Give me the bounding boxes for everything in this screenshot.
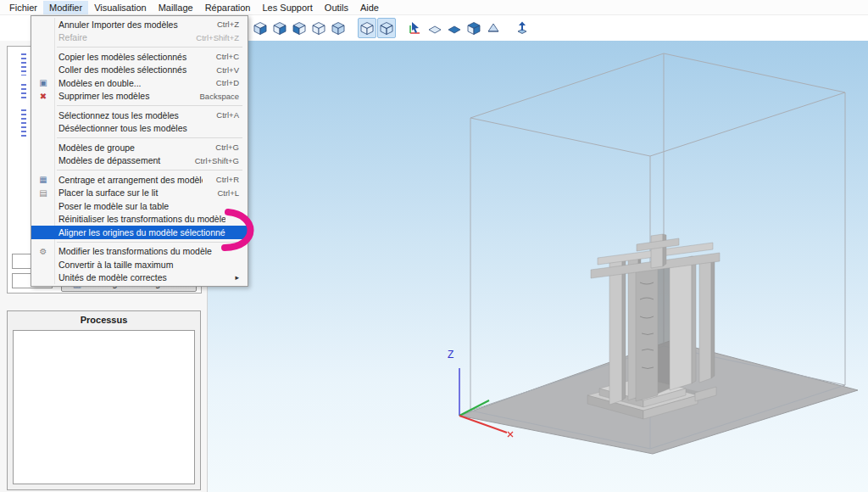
z-arrow-icon <box>515 20 530 36</box>
view-cube-right-button[interactable] <box>251 18 270 38</box>
plane-solid-button[interactable] <box>445 18 464 38</box>
orthographic-toggle-button[interactable] <box>377 18 396 38</box>
menu-item-aligner-origines[interactable]: Aligner les origines du modèle sélection… <box>31 226 248 239</box>
menu-item-label: Désélectionner tous les modèles <box>53 123 225 133</box>
perspective-cube-icon <box>359 20 375 36</box>
processes-list[interactable] <box>13 330 195 484</box>
menu-item-label: Refaire <box>53 32 182 42</box>
plane-dark-icon <box>447 20 462 36</box>
menu-item-shortcut: Ctrl+A <box>203 110 239 120</box>
prism-view-button[interactable] <box>484 18 503 38</box>
arrange-icon: ▦ <box>33 173 53 186</box>
menu-item-centrage-arrangement[interactable]: ▦ Centrage et arrangement des modèles Ct… <box>31 173 248 187</box>
menu-item-label: Modèles en double... <box>53 78 203 88</box>
menu-item-selectionner-tous[interactable]: Sélectionnez tous les modèles Ctrl+A <box>31 109 248 122</box>
menu-item-coller[interactable]: Coller des modèles sélectionnés Ctrl+V <box>31 64 248 77</box>
half-cube-icon <box>466 20 481 36</box>
menu-item-label: Coller des modèles sélectionnés <box>53 64 203 75</box>
menu-item-dupliquer[interactable]: ▣ Modèles en double... Ctrl+D <box>31 76 248 90</box>
menu-item-deselectionner-tous[interactable]: Désélectionner tous les modèles <box>31 122 248 136</box>
menu-outils[interactable]: Outils <box>319 1 354 14</box>
menu-item-label: Modèles de groupe <box>53 143 202 153</box>
menu-item-label: Convertir à la taille maximum <box>53 260 225 270</box>
menu-item-label: Annuler Importer des modèles <box>53 20 203 30</box>
menu-item-label: Placer la surface sur le lit <box>53 187 203 198</box>
menu-separator <box>57 137 242 138</box>
application-window: Z ▦ Centrage et arrangement Processus <box>0 0 868 492</box>
menu-aide[interactable]: Aide <box>354 1 385 14</box>
menu-item-placer-surface-lit[interactable]: ▤ Placer la surface sur le lit Ctrl+L <box>31 187 248 200</box>
menu-item-depassement[interactable]: Modèles de dépassement Ctrl+Shift+G <box>31 154 248 168</box>
perspective-toggle-button[interactable] <box>358 18 376 38</box>
menu-item-modifier-transformations[interactable]: ⚙ Modifier les transformations du modèle <box>31 245 248 259</box>
duplicate-icon: ▣ <box>33 76 53 89</box>
processes-title: Processus <box>8 311 200 328</box>
menu-item-shortcut: Ctrl+D <box>203 78 239 87</box>
z-axis-arrow-button[interactable] <box>513 18 531 38</box>
cube-iso-icon <box>331 20 346 36</box>
menu-item-label: Modifier les transformations du modèle <box>53 246 225 256</box>
edit-menu-dropdown: Annuler Importer des modèles Ctrl+Z Refa… <box>31 15 248 287</box>
menu-item-poser-modele-table[interactable]: Poser le modèle sur la table <box>31 199 248 213</box>
menu-item-refaire[interactable]: Refaire Ctrl+Shift+Z <box>31 31 248 45</box>
cursor-axes-button[interactable] <box>406 18 425 38</box>
menu-item-shortcut: Backspace <box>186 92 239 101</box>
cursor-axes-icon <box>408 20 423 36</box>
z-axis-label: Z <box>448 349 453 361</box>
menu-item-shortcut: Ctrl+L <box>203 188 239 198</box>
viewport-3d[interactable]: Z <box>208 41 868 492</box>
submenu-arrow-icon: ▸ <box>221 273 239 282</box>
menu-item-shortcut: Ctrl+V <box>203 65 239 75</box>
delete-icon: ✖ <box>33 90 53 103</box>
prism-icon <box>486 20 501 36</box>
cube-bottom-icon <box>311 20 326 36</box>
processes-panel: Processus <box>7 310 201 490</box>
menu-separator <box>57 242 242 243</box>
menu-separator <box>57 105 242 106</box>
view-cube-back-button[interactable] <box>290 18 309 38</box>
menu-item-label: Unités de modèle correctes <box>53 272 221 282</box>
menu-item-shortcut: Ctrl+R <box>203 175 239 184</box>
menu-item-label: Centrage et arrangement des modèles <box>53 175 203 185</box>
menu-item-label: Sélectionnez tous les modèles <box>53 110 203 120</box>
menu-fichier[interactable]: Fichier <box>3 1 43 14</box>
menu-item-grouper[interactable]: Modèles de groupe Ctrl+G <box>31 141 248 154</box>
menu-item-unites-modele[interactable]: Unités de modèle correctes ▸ <box>31 271 248 285</box>
half-cube-button[interactable] <box>465 18 483 38</box>
menu-les-support[interactable]: Les Support <box>257 1 319 14</box>
menu-item-label: Copier les modèles sélectionnés <box>53 52 203 62</box>
menu-item-annuler-importer[interactable]: Annuler Importer des modèles Ctrl+Z <box>31 18 248 31</box>
menu-item-convertir-taille-max[interactable]: Convertir à la taille maximum <box>31 258 248 271</box>
transform-icon: ⚙ <box>33 245 53 258</box>
menu-item-shortcut: Ctrl+C <box>203 52 239 61</box>
view-cube-bottom-button[interactable] <box>309 18 328 38</box>
menu-item-shortcut: Ctrl+Z <box>203 20 239 29</box>
sidebar-vertical-labels <box>21 53 27 147</box>
menu-item-shortcut: Ctrl+G <box>202 143 239 152</box>
cube-back-icon <box>292 20 307 36</box>
menu-item-supprimer[interactable]: ✖ Supprimer les modèles Backspace <box>31 90 248 103</box>
menu-separator <box>57 170 242 171</box>
plane-view-button[interactable] <box>426 18 444 38</box>
menu-visualisation[interactable]: Visualisation <box>88 1 153 14</box>
menu-bar: Fichier Modifier Visualisation Maillage … <box>0 0 868 15</box>
cube-right-icon <box>253 20 268 36</box>
menu-item-reinitialiser-transformations[interactable]: Réinitialiser les transformations du mod… <box>31 213 248 226</box>
view-cube-left-button[interactable] <box>270 18 289 38</box>
view-cube-iso-button[interactable] <box>329 18 348 38</box>
surface-icon: ▤ <box>33 187 53 199</box>
menu-modifier[interactable]: Modifier <box>43 1 88 14</box>
menu-maillage[interactable]: Maillage <box>153 1 199 14</box>
menu-item-label: Réinitialiser les transformations du mod… <box>53 214 225 224</box>
menu-item-shortcut: Ctrl+Shift+G <box>181 156 239 165</box>
wireframe-cube-icon <box>379 20 394 36</box>
menu-item-label: Supprimer les modèles <box>53 91 186 101</box>
plane-light-icon <box>427 20 442 36</box>
menu-item-label: Modèles de dépassement <box>53 155 181 165</box>
menu-separator <box>57 47 242 48</box>
menu-reparation[interactable]: Réparation <box>199 1 257 14</box>
build-scene <box>208 41 868 492</box>
model-monument[interactable] <box>587 234 720 419</box>
menu-item-copier[interactable]: Copier les modèles sélectionnés Ctrl+C <box>31 50 248 64</box>
menu-item-shortcut: Ctrl+Shift+Z <box>182 33 239 42</box>
